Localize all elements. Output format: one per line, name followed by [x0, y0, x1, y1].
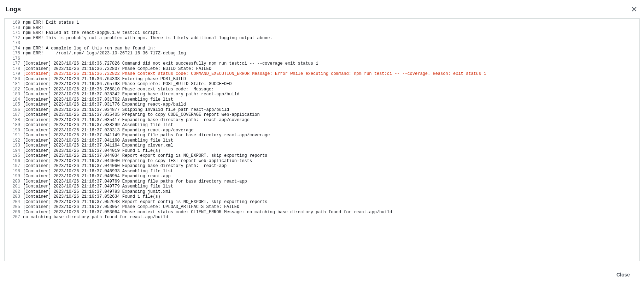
log-viewer[interactable]: 169npm ERR! Exit status 1170npm ERR!171n… — [4, 18, 640, 261]
line-number: 197 — [5, 163, 23, 169]
close-button[interactable]: Close — [609, 270, 637, 280]
log-line: 197[Container] 2023/10/26 21:16:37.04406… — [5, 163, 639, 169]
line-text: [Container] 2023/10/26 21:16:37.035417 E… — [23, 118, 639, 123]
line-number: 200 — [5, 179, 23, 184]
line-number: 195 — [5, 153, 23, 159]
line-text: [Container] 2023/10/26 21:16:37.041164 E… — [23, 143, 639, 148]
log-line: 205[Container] 2023/10/26 21:16:37.05305… — [5, 204, 639, 210]
log-line: 189[Container] 2023/10/26 21:16:37.03829… — [5, 123, 639, 128]
line-text: npm ERR! A complete log of this run can … — [23, 46, 639, 51]
log-line: 180[Container] 2023/10/26 21:16:36.76433… — [5, 77, 639, 82]
line-number: 194 — [5, 148, 23, 154]
log-line: 201[Container] 2023/10/26 21:16:37.04977… — [5, 184, 639, 189]
line-text: [Container] 2023/10/26 21:16:37.041160 A… — [23, 138, 639, 143]
log-line: 184[Container] 2023/10/26 21:16:37.03176… — [5, 97, 639, 102]
line-number: 179 — [5, 71, 23, 77]
line-text: [Container] 2023/10/26 21:16:37.041149 E… — [23, 133, 639, 138]
line-number: 176 — [5, 56, 23, 61]
log-line: 174npm ERR! A complete log of this run c… — [5, 46, 639, 51]
line-text: [Container] 2023/10/26 21:16:36.764338 E… — [23, 77, 639, 82]
line-text: npm ERR! Exit status 1 — [23, 20, 639, 25]
line-text: [Container] 2023/10/26 21:16:36.732822 P… — [23, 71, 639, 77]
log-line: 172npm ERR! This is probably not a probl… — [5, 36, 639, 41]
line-number: 205 — [5, 204, 23, 210]
log-line: 195[Container] 2023/10/26 21:16:37.04403… — [5, 153, 639, 159]
line-number: 198 — [5, 169, 23, 174]
line-number: 185 — [5, 102, 23, 107]
line-number: 173 — [5, 41, 23, 46]
log-line: 178[Container] 2023/10/26 21:16:36.73280… — [5, 66, 639, 72]
line-number: 175 — [5, 51, 23, 56]
line-number: 196 — [5, 159, 23, 164]
line-text: npm ERR! This is probably not a problem … — [23, 36, 639, 41]
log-line: 181[Container] 2023/10/26 21:16:36.76579… — [5, 82, 639, 87]
log-line: 187[Container] 2023/10/26 21:16:37.03540… — [5, 112, 639, 118]
line-number: 206 — [5, 210, 23, 215]
line-text: [Container] 2023/10/26 21:16:37.031762 A… — [23, 97, 639, 102]
line-text: npm ERR! /root/.npm/_logs/2023-10-26T21_… — [23, 51, 639, 56]
line-number: 169 — [5, 20, 23, 25]
line-number: 184 — [5, 97, 23, 102]
logs-modal: Logs 169npm ERR! Exit status 1170npm ERR… — [0, 0, 644, 286]
log-line: 175npm ERR! /root/.npm/_logs/2023-10-26T… — [5, 51, 639, 56]
log-line: 185[Container] 2023/10/26 21:16:37.03177… — [5, 102, 639, 107]
line-text: [Container] 2023/10/26 21:16:37.044019 F… — [23, 148, 639, 154]
log-line: 177[Container] 2023/10/26 21:16:36.72782… — [5, 61, 639, 66]
line-text: [Container] 2023/10/26 21:16:37.052648 R… — [23, 199, 639, 205]
line-number: 174 — [5, 46, 23, 51]
line-text: [Container] 2023/10/26 21:16:37.052634 F… — [23, 194, 639, 199]
line-number: 181 — [5, 82, 23, 87]
line-text: [Container] 2023/10/26 21:16:37.053054 P… — [23, 204, 639, 210]
line-number: 202 — [5, 189, 23, 195]
line-text: no matching base directory path found fo… — [23, 215, 639, 220]
log-line: 182[Container] 2023/10/26 21:16:36.76581… — [5, 87, 639, 92]
close-icon-button[interactable] — [630, 5, 638, 13]
line-number: 186 — [5, 107, 23, 113]
line-number: 190 — [5, 128, 23, 133]
log-line: 193[Container] 2023/10/26 21:16:37.04116… — [5, 143, 639, 148]
line-text: [Container] 2023/10/26 21:16:37.034877 S… — [23, 107, 639, 113]
log-line: 173 — [5, 41, 639, 46]
line-number: 192 — [5, 138, 23, 143]
line-text: [Container] 2023/10/26 21:16:37.044040 P… — [23, 159, 639, 164]
log-line: 199[Container] 2023/10/26 21:16:37.04695… — [5, 174, 639, 179]
log-line: 190[Container] 2023/10/26 21:16:37.03831… — [5, 128, 639, 133]
line-text: [Container] 2023/10/26 21:16:36.765798 P… — [23, 82, 639, 87]
line-number: 203 — [5, 194, 23, 199]
line-number: 177 — [5, 61, 23, 66]
line-number: 172 — [5, 36, 23, 41]
close-icon — [631, 6, 637, 12]
line-text: [Container] 2023/10/26 21:16:37.028342 E… — [23, 92, 639, 97]
line-text — [23, 56, 639, 61]
modal-footer: Close — [0, 266, 644, 286]
line-text: [Container] 2023/10/26 21:16:37.035405 P… — [23, 112, 639, 118]
line-text: [Container] 2023/10/26 21:16:37.031776 E… — [23, 102, 639, 107]
line-text: [Container] 2023/10/26 21:16:37.046954 E… — [23, 174, 639, 179]
line-number: 189 — [5, 123, 23, 128]
log-content: 169npm ERR! Exit status 1170npm ERR!171n… — [5, 19, 639, 221]
log-line: 192[Container] 2023/10/26 21:16:37.04116… — [5, 138, 639, 143]
line-number: 171 — [5, 30, 23, 36]
line-number: 182 — [5, 87, 23, 92]
line-number: 183 — [5, 92, 23, 97]
log-line: 194[Container] 2023/10/26 21:16:37.04401… — [5, 148, 639, 154]
log-line: 196[Container] 2023/10/26 21:16:37.04404… — [5, 159, 639, 164]
log-line: 188[Container] 2023/10/26 21:16:37.03541… — [5, 118, 639, 123]
line-text: [Container] 2023/10/26 21:16:36.765810 P… — [23, 87, 639, 92]
modal-header: Logs — [0, 0, 644, 18]
log-line: 198[Container] 2023/10/26 21:16:37.04693… — [5, 169, 639, 174]
log-line: 204[Container] 2023/10/26 21:16:37.05264… — [5, 199, 639, 205]
log-line: 207no matching base directory path found… — [5, 215, 639, 220]
line-text: [Container] 2023/10/26 21:16:36.732807 P… — [23, 66, 639, 72]
line-number: 187 — [5, 112, 23, 118]
log-line: 170npm ERR! — [5, 25, 639, 31]
line-number: 193 — [5, 143, 23, 148]
line-number: 180 — [5, 77, 23, 82]
log-line: 202[Container] 2023/10/26 21:16:37.04978… — [5, 189, 639, 195]
modal-title: Logs — [6, 6, 21, 13]
line-text: [Container] 2023/10/26 21:16:37.053064 P… — [23, 210, 639, 215]
log-line: 169npm ERR! Exit status 1 — [5, 20, 639, 25]
line-text: [Container] 2023/10/26 21:16:37.038313 E… — [23, 128, 639, 133]
log-line: 200[Container] 2023/10/26 21:16:37.04976… — [5, 179, 639, 184]
line-number: 204 — [5, 199, 23, 205]
